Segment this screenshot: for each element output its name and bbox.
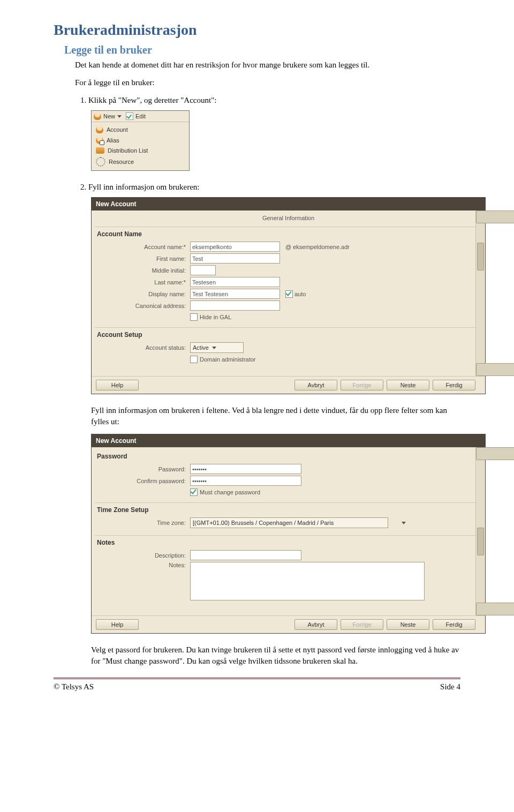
after-step3-text: Velg et passord for brukeren. Du kan tvi… xyxy=(54,644,460,667)
scroll-down-button[interactable] xyxy=(476,363,514,376)
domain-suffix: @ eksempeldomene.adr xyxy=(285,244,350,250)
label-display-name: Display name: xyxy=(105,291,190,297)
new-button-label: New xyxy=(103,113,115,119)
section-timezone: Time Zone Setup xyxy=(95,505,482,516)
canonical-input[interactable] xyxy=(190,300,280,311)
auto-checkbox[interactable] xyxy=(285,290,293,298)
user-icon xyxy=(96,126,103,133)
hide-gal-checkbox[interactable] xyxy=(190,313,198,321)
label-description: Description: xyxy=(105,552,190,559)
label-last-name: Last name:* xyxy=(105,279,190,285)
step-2-text: 2. Fyll inn informasjon om brukeren: xyxy=(54,182,460,193)
edit-button-label: Edit xyxy=(135,113,146,119)
help-button[interactable]: Help xyxy=(96,619,139,630)
menu-item-resource[interactable]: Resource xyxy=(95,155,186,168)
label-first-name: First name: xyxy=(105,255,190,262)
avbryt-button[interactable]: Avbryt xyxy=(294,380,337,390)
account-status-value: Active xyxy=(193,344,209,351)
alias-icon xyxy=(96,137,103,144)
forrige-button[interactable]: Forrige xyxy=(341,619,383,630)
last-name-input[interactable] xyxy=(190,277,280,287)
footer-right: Side 4 xyxy=(440,682,460,691)
label-hide-gal: Hide in GAL xyxy=(200,314,231,320)
display-name-input[interactable] xyxy=(190,289,280,299)
distribution-list-icon xyxy=(96,147,104,154)
label-must-change: Must change password xyxy=(200,489,260,495)
dialog-heading: General Information xyxy=(95,215,482,224)
section-notes: Notes xyxy=(95,538,482,548)
new-account-dialog-2: New Account Password Password: Confirm p… xyxy=(91,434,486,634)
label-account-name: Account name:* xyxy=(105,244,190,250)
new-button[interactable]: New xyxy=(94,112,122,120)
label-password: Password: xyxy=(105,466,190,472)
ferdig-button[interactable]: Ferdig xyxy=(433,380,475,390)
menu-item-label: Distribution List xyxy=(108,147,148,154)
middle-initial-input[interactable] xyxy=(190,265,216,275)
caret-down-icon xyxy=(117,115,122,118)
neste-button[interactable]: Neste xyxy=(387,380,429,390)
help-button[interactable]: Help xyxy=(96,380,139,390)
scroll-up-button[interactable] xyxy=(476,210,514,223)
scrollbar[interactable] xyxy=(475,447,485,615)
account-name-input[interactable] xyxy=(190,242,280,252)
neste-button[interactable]: Neste xyxy=(387,619,429,630)
footer-left: © Telsys AS xyxy=(54,682,94,691)
check-icon xyxy=(126,112,133,120)
section-password: Password xyxy=(95,452,482,462)
edit-button[interactable]: Edit xyxy=(126,112,146,120)
caret-down-icon xyxy=(212,347,216,349)
dialog-title: New Account xyxy=(92,434,485,447)
new-account-dialog-1: New Account General Information Account … xyxy=(91,197,486,394)
label-account-status: Account status: xyxy=(105,344,190,351)
caret-down-icon xyxy=(402,522,406,524)
label-confirm-password: Confirm password: xyxy=(105,478,190,484)
label-timezone: Time zone: xyxy=(105,520,190,526)
label-canonical: Canonical address: xyxy=(105,303,190,309)
step-1-text: 1. Klikk på "New", og deretter "Account"… xyxy=(54,95,460,106)
label-auto: auto xyxy=(294,291,306,297)
section-heading: Legge til en bruker xyxy=(54,44,460,56)
label-notes: Notes: xyxy=(105,562,190,568)
ferdig-button[interactable]: Ferdig xyxy=(433,619,475,630)
timezone-value: [(GMT+01.00) Brussels / Copenhagen / Mad… xyxy=(193,520,334,526)
timezone-select[interactable]: [(GMT+01.00) Brussels / Copenhagen / Mad… xyxy=(190,517,388,528)
user-icon xyxy=(94,112,101,120)
scroll-thumb[interactable] xyxy=(477,243,484,270)
scroll-thumb[interactable] xyxy=(477,528,484,555)
notes-textarea[interactable] xyxy=(190,562,425,600)
forrige-button[interactable]: Forrige xyxy=(341,380,383,390)
password-input[interactable] xyxy=(190,464,301,474)
dialog-title: New Account xyxy=(92,198,485,210)
menu-screenshot: New Edit Account Alias xyxy=(91,110,190,171)
first-name-input[interactable] xyxy=(190,253,280,264)
section-account-name: Account Name xyxy=(95,229,482,240)
scroll-down-button[interactable] xyxy=(476,603,514,615)
menu-item-label: Account xyxy=(107,126,128,133)
avbryt-button[interactable]: Avbryt xyxy=(294,619,337,630)
menu-item-alias[interactable]: Alias xyxy=(95,135,186,146)
intro-text: Det kan hende at domenet ditt har en res… xyxy=(54,59,460,71)
scrollbar[interactable] xyxy=(475,210,485,376)
description-input[interactable] xyxy=(190,550,301,560)
scroll-up-button[interactable] xyxy=(476,447,514,460)
menu-item-distribution-list[interactable]: Distribution List xyxy=(95,146,186,155)
must-change-password-checkbox[interactable] xyxy=(190,488,198,496)
page-title: Brukeradministrasjon xyxy=(54,21,460,39)
after-step2-text: Fyll inn informasjon om brukeren i felte… xyxy=(54,405,460,427)
domain-admin-checkbox[interactable] xyxy=(190,356,198,363)
intro-text-2: For å legge til en bruker: xyxy=(54,77,460,88)
gear-icon xyxy=(96,157,105,167)
label-middle-initial: Middle initial: xyxy=(105,267,190,274)
menu-item-account[interactable]: Account xyxy=(95,124,186,135)
section-account-setup: Account Setup xyxy=(95,330,482,341)
account-status-select[interactable]: Active xyxy=(190,342,244,353)
menu-item-label: Resource xyxy=(109,159,134,165)
menu-item-label: Alias xyxy=(107,137,119,144)
label-domain-admin: Domain administrator xyxy=(200,356,256,363)
confirm-password-input[interactable] xyxy=(190,476,301,486)
